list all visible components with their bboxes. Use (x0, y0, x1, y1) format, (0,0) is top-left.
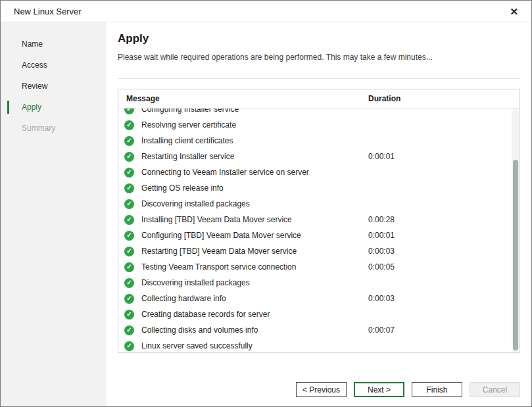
table-row[interactable]: ✓Restarting Installer service0:00:01 (119, 149, 511, 164)
row-message: Getting OS release info (141, 183, 368, 193)
row-message: Creating database records for server (141, 310, 368, 319)
table-row[interactable]: ✓Installing [TBD] Veeam Data Mover servi… (119, 212, 511, 227)
row-duration: 0:00:28 (368, 215, 395, 224)
success-check-icon: ✓ (124, 341, 134, 351)
window-title: New Linux Server (14, 7, 82, 16)
success-check-icon: ✓ (124, 294, 134, 304)
page-subtitle: Please wait while required operations ar… (118, 53, 520, 62)
success-check-icon: ✓ (124, 247, 134, 256)
row-message: Discovering installed packages (141, 278, 368, 287)
sidebar-item-label: Access (22, 60, 47, 70)
sidebar-item-label: Name (22, 39, 43, 49)
success-check-icon: ✓ (124, 136, 134, 146)
next-button[interactable]: Next > (354, 382, 404, 397)
column-header-message: Message (126, 94, 160, 103)
success-check-icon: ✓ (124, 120, 134, 130)
table-row[interactable]: ✓Collecting disks and volumes info0:00:0… (119, 322, 511, 338)
sidebar-item-access[interactable]: Access (1, 55, 107, 76)
wizard-buttons: < PreviousNext >FinishCancel (296, 382, 520, 397)
success-check-icon: ✓ (124, 108, 134, 114)
table-row[interactable]: ✓Testing Veeam Transport service connect… (119, 259, 511, 275)
table-row[interactable]: ✓Creating database records for server (119, 306, 511, 322)
table-row[interactable]: ✓Linux server saved successfully (119, 338, 511, 352)
row-message: Collecting disks and volumes info (141, 325, 368, 335)
success-check-icon: ✓ (124, 152, 134, 162)
scrollbar-thumb[interactable] (513, 160, 518, 350)
column-header-duration: Duration (368, 94, 400, 103)
row-duration: 0:00:03 (368, 247, 395, 256)
success-check-icon: ✓ (124, 183, 134, 193)
main-content: Apply Please wait while required operati… (107, 22, 531, 407)
table-row[interactable]: ✓Connecting to Veeam Installer service o… (119, 164, 511, 180)
table-row[interactable]: ✓Collecting hardware info0:00:03 (119, 291, 511, 306)
row-message: Collecting hardware info (141, 294, 368, 303)
row-message: Installing [TBD] Veeam Data Mover servic… (141, 215, 368, 224)
wizard-steps-sidebar: NameAccessReviewApplySummary (1, 22, 107, 407)
finish-button[interactable]: Finish (412, 382, 462, 397)
success-check-icon: ✓ (124, 231, 134, 241)
table-row[interactable]: ✓Restarting [TBD] Veeam Data Mover servi… (119, 243, 511, 259)
new-linux-server-dialog: New Linux Server ✕ NameAccessReviewApply… (0, 0, 532, 407)
cancel-button: Cancel (470, 382, 520, 397)
active-step-indicator (7, 101, 9, 114)
success-check-icon: ✓ (124, 215, 134, 225)
vertical-scrollbar[interactable] (512, 108, 519, 352)
success-check-icon: ✓ (124, 199, 134, 209)
row-message: Connecting to Veeam Installer service on… (141, 168, 368, 177)
table-row[interactable]: ✓Configuring Installer service (119, 108, 511, 117)
table-row[interactable]: ✓Getting OS release info (119, 180, 511, 196)
sidebar-item-review[interactable]: Review (1, 76, 107, 97)
row-message: Configuring [TBD] Veeam Data Mover servi… (141, 231, 368, 240)
row-message: Installing client certificates (141, 136, 368, 145)
close-icon[interactable]: ✕ (510, 7, 518, 16)
row-message: Restarting Installer service (141, 152, 368, 161)
row-duration: 0:00:05 (368, 262, 395, 272)
table-header: Message Duration (118, 89, 520, 108)
table-row[interactable]: ✓Installing client certificates (119, 133, 511, 149)
row-duration: 0:00:03 (368, 294, 395, 303)
row-message: Resolving server certificate (141, 120, 368, 130)
dialog-body: NameAccessReviewApplySummary Apply Pleas… (1, 22, 531, 407)
table-row[interactable]: ✓Discovering installed packages (119, 196, 511, 212)
sidebar-item-summary[interactable]: Summary (1, 118, 107, 139)
table-rows-viewport[interactable]: ✓Configuring Installer service✓Resolving… (119, 108, 511, 352)
success-check-icon: ✓ (124, 262, 134, 272)
row-message: Restarting [TBD] Veeam Data Mover servic… (141, 247, 368, 256)
success-check-icon: ✓ (124, 325, 134, 335)
row-duration: 0:00:07 (368, 325, 395, 335)
row-message: Testing Veeam Transport service connecti… (141, 262, 368, 272)
row-duration: 0:00:01 (368, 231, 395, 240)
previous-button[interactable]: < Previous (296, 382, 347, 397)
sidebar-item-label: Apply (22, 103, 41, 112)
row-message: Discovering installed packages (141, 199, 368, 208)
sidebar-item-name[interactable]: Name (1, 34, 107, 55)
sidebar-item-label: Summary (22, 124, 55, 133)
titlebar: New Linux Server ✕ (1, 1, 531, 22)
sidebar-item-apply[interactable]: Apply (1, 97, 107, 118)
sidebar-item-label: Review (22, 82, 47, 91)
success-check-icon: ✓ (124, 168, 134, 178)
success-check-icon: ✓ (124, 310, 134, 320)
table-row[interactable]: ✓Discovering installed packages (119, 275, 511, 291)
row-message: Linux server saved successfully (141, 341, 368, 350)
row-duration: 0:00:01 (368, 152, 395, 161)
operations-table: Message Duration ✓Configuring Installer … (118, 89, 520, 353)
page-title: Apply (118, 32, 520, 45)
row-message: Configuring Installer service (141, 108, 368, 114)
divider (118, 78, 520, 79)
table-row[interactable]: ✓Resolving server certificate (119, 117, 511, 133)
success-check-icon: ✓ (124, 278, 134, 288)
table-row[interactable]: ✓Configuring [TBD] Veeam Data Mover serv… (119, 227, 511, 243)
